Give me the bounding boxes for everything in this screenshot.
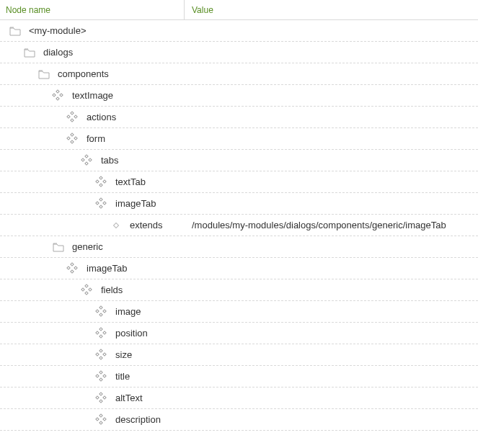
node-name-cell[interactable]: altText — [0, 387, 185, 408]
node-label: dialogs — [43, 47, 73, 58]
tree-row[interactable]: image — [0, 301, 478, 323]
node-name-cell[interactable]: textTab — [0, 171, 185, 192]
tree-row[interactable]: actions — [0, 107, 478, 128]
folder-icon — [9, 24, 22, 37]
node-label: textTab — [115, 176, 146, 187]
content-node-icon — [81, 284, 94, 297]
content-node-icon — [95, 327, 108, 340]
tree-row[interactable]: textTab — [0, 171, 478, 193]
node-label: extends — [130, 220, 163, 230]
tree-row[interactable]: description — [0, 409, 478, 431]
tree-row[interactable]: extends/modules/my-modules/dialogs/compo… — [0, 215, 478, 236]
header-value[interactable]: Value — [185, 5, 478, 15]
node-name-cell[interactable]: extends — [0, 215, 185, 236]
node-label: actions — [87, 112, 116, 122]
header-node-name[interactable]: Node name — [0, 0, 185, 19]
value-cell[interactable]: /modules/my-modules/dialogs/components/g… — [185, 220, 478, 230]
node-name-cell[interactable]: textImage — [0, 85, 185, 106]
node-label: image — [115, 306, 141, 317]
content-node-icon — [95, 197, 108, 210]
node-label: imageTab — [115, 198, 156, 209]
content-node-icon — [95, 349, 108, 362]
tree-grid: Node name Value <my-module>dialogscompon… — [0, 0, 478, 431]
tree-row[interactable]: generic — [0, 236, 478, 258]
node-name-cell[interactable]: actions — [0, 107, 185, 127]
folder-icon — [52, 241, 65, 254]
content-node-icon — [95, 392, 108, 405]
node-name-cell[interactable]: tabs — [0, 150, 185, 171]
tree-row[interactable]: form — [0, 128, 478, 150]
node-name-cell[interactable]: components — [0, 63, 185, 84]
tree-row[interactable]: altText — [0, 387, 478, 409]
node-label: description — [115, 414, 161, 425]
tree-row[interactable]: fields — [0, 279, 478, 301]
node-label: form — [87, 133, 105, 144]
node-name-cell[interactable]: dialogs — [0, 42, 185, 63]
node-label: components — [58, 68, 109, 79]
node-label: <my-module> — [29, 25, 86, 36]
node-label: generic — [72, 241, 103, 252]
content-node-icon — [95, 176, 108, 189]
tree-row[interactable]: components — [0, 63, 478, 85]
node-label: tabs — [101, 155, 119, 166]
node-label: size — [115, 349, 132, 360]
content-node-icon — [81, 154, 94, 167]
node-label: altText — [115, 393, 143, 403]
content-node-icon — [95, 305, 108, 318]
content-node-icon — [95, 413, 108, 426]
content-node-icon — [66, 111, 79, 124]
property-icon — [110, 219, 123, 232]
tree-row[interactable]: position — [0, 323, 478, 344]
content-node-icon — [52, 89, 65, 102]
node-name-cell[interactable]: <my-module> — [0, 20, 185, 41]
node-label: textImage — [72, 90, 113, 101]
tree-row[interactable]: textImage — [0, 85, 478, 107]
tree-row[interactable]: size — [0, 344, 478, 366]
node-name-cell[interactable]: title — [0, 366, 185, 387]
header-row: Node name Value — [0, 0, 478, 20]
node-label: position — [115, 328, 148, 339]
tree-row[interactable]: imageTab — [0, 258, 478, 279]
tree-row[interactable]: imageTab — [0, 193, 478, 215]
folder-icon — [37, 68, 50, 81]
node-label: title — [115, 371, 130, 382]
content-node-icon — [66, 133, 79, 145]
node-label: imageTab — [87, 263, 127, 274]
tree-row[interactable]: tabs — [0, 150, 478, 171]
node-name-cell[interactable]: imageTab — [0, 193, 185, 214]
node-label: fields — [101, 285, 123, 295]
content-node-icon — [66, 262, 79, 275]
node-name-cell[interactable]: form — [0, 128, 185, 149]
node-name-cell[interactable]: image — [0, 301, 185, 322]
content-node-icon — [95, 370, 108, 383]
node-name-cell[interactable]: position — [0, 323, 185, 344]
tree-row[interactable]: dialogs — [0, 42, 478, 63]
tree-row[interactable]: title — [0, 366, 478, 387]
node-name-cell[interactable]: generic — [0, 236, 185, 257]
folder-icon — [23, 46, 36, 59]
tree-row[interactable]: <my-module> — [0, 20, 478, 42]
node-name-cell[interactable]: fields — [0, 279, 185, 300]
node-name-cell[interactable]: description — [0, 409, 185, 430]
node-name-cell[interactable]: imageTab — [0, 258, 185, 279]
node-name-cell[interactable]: size — [0, 344, 185, 365]
